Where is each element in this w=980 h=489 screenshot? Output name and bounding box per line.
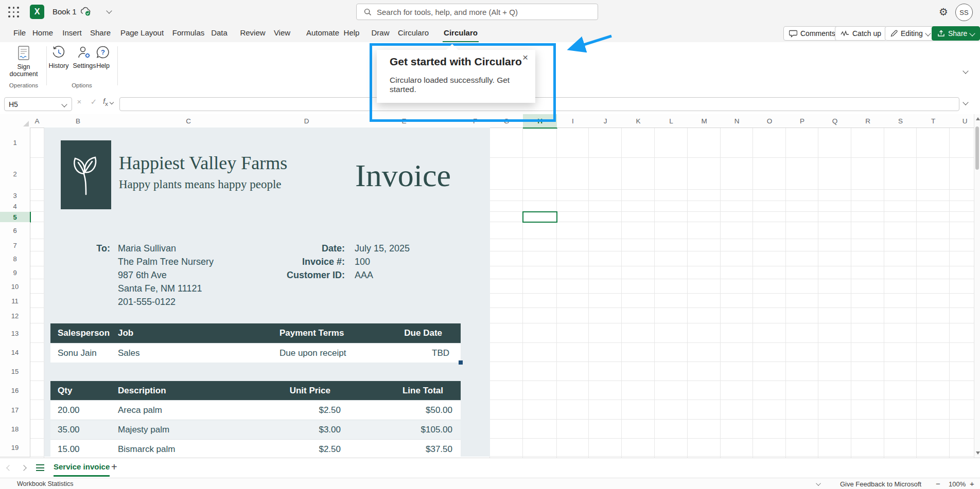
row-header-13[interactable]: 13 xyxy=(0,323,30,343)
row-header-10[interactable]: 10 xyxy=(0,279,30,294)
meta-label: Invoice #: xyxy=(199,255,345,268)
row-header-1[interactable]: 1 xyxy=(0,128,30,158)
workbook-statistics-button[interactable]: Workbook Statistics xyxy=(17,480,74,487)
settings-gear-icon[interactable]: ⚙ xyxy=(939,6,948,18)
zoom-in-button[interactable]: + xyxy=(970,479,974,488)
ribbon-collapse-chevron-icon[interactable] xyxy=(962,68,968,74)
help-button[interactable]: ? Help xyxy=(92,45,114,69)
table-row: 35.00Majesty palm$3.00$105.00 xyxy=(50,420,461,439)
row-header-12[interactable]: 12 xyxy=(0,308,30,324)
select-all-corner[interactable] xyxy=(0,114,30,128)
ribbon-tab-formulas[interactable]: Formulas xyxy=(170,24,207,41)
ribbon-tab-home[interactable]: Home xyxy=(32,24,54,41)
status-chevron-icon[interactable] xyxy=(816,481,821,486)
column-header-N[interactable]: N xyxy=(721,114,754,128)
history-button[interactable]: History xyxy=(45,45,72,69)
table-cell: $37.50 xyxy=(341,444,461,455)
column-header-E[interactable]: E xyxy=(348,114,461,128)
spreadsheet-grid[interactable]: Happiest Valley Farms Happy plants means… xyxy=(0,114,980,458)
feedback-link[interactable]: Give Feedback to Microsoft xyxy=(840,480,921,488)
insert-function-fx-button[interactable]: fx xyxy=(102,97,114,107)
catch-up-label: Catch up xyxy=(852,29,881,38)
column-header-G[interactable]: G xyxy=(490,114,523,128)
selected-cell-H5[interactable] xyxy=(522,211,557,223)
share-button[interactable]: Share xyxy=(932,26,980,41)
scroll-down-icon[interactable] xyxy=(976,451,980,455)
workbook-title[interactable]: Book 1 xyxy=(52,7,77,16)
row-header-11[interactable]: 11 xyxy=(0,294,30,309)
ribbon-tab-automate[interactable]: Automate xyxy=(304,24,341,41)
zoom-level[interactable]: 100% xyxy=(949,480,966,488)
ribbon-tab-share[interactable]: Share xyxy=(89,24,112,41)
row-header-18[interactable]: 18 xyxy=(0,420,30,439)
row-header-8[interactable]: 8 xyxy=(0,251,30,267)
column-header-H[interactable]: H xyxy=(523,114,557,129)
row-header-7[interactable]: 7 xyxy=(0,239,30,252)
column-header-C[interactable]: C xyxy=(112,114,266,128)
sheet-tab-service-invoice[interactable]: Service invoice xyxy=(54,462,110,477)
add-sheet-button[interactable]: + xyxy=(111,461,117,473)
column-header-A[interactable]: A xyxy=(30,114,45,128)
sign-document-button[interactable]: Sign document xyxy=(5,45,42,78)
row-header-4[interactable]: 4 xyxy=(0,201,30,212)
row-header-19[interactable]: 19 xyxy=(0,439,30,457)
column-header-D[interactable]: D xyxy=(265,114,348,128)
column-header-R[interactable]: R xyxy=(851,114,885,128)
popup-title: Get started with Circularo xyxy=(390,56,522,68)
ribbon-tab-circularo[interactable]: Circularo xyxy=(443,24,479,43)
column-header-K[interactable]: K xyxy=(622,114,655,128)
scrollbar-thumb[interactable] xyxy=(975,126,979,170)
comments-button[interactable]: Comments xyxy=(783,26,841,41)
scroll-up-icon[interactable] xyxy=(976,117,980,120)
previous-sheet-chevron-icon[interactable] xyxy=(6,465,12,470)
row-header-15[interactable]: 15 xyxy=(0,362,30,382)
app-launcher-waffle-icon[interactable] xyxy=(8,7,20,18)
workbook-dropdown-chevron-icon[interactable] xyxy=(106,8,112,13)
ribbon-tab-draw[interactable]: Draw xyxy=(370,24,391,41)
column-header-F[interactable]: F xyxy=(460,114,491,128)
column-header-L[interactable]: L xyxy=(655,114,688,128)
close-icon[interactable]: × xyxy=(522,52,528,63)
row-header-16[interactable]: 16 xyxy=(0,381,30,401)
account-avatar[interactable]: SS xyxy=(955,4,973,21)
search-input[interactable]: Search for tools, help, and more (Alt + … xyxy=(356,4,598,20)
editing-mode-button[interactable]: Editing xyxy=(885,26,936,41)
ribbon-tab-review[interactable]: Review xyxy=(239,24,266,41)
formula-bar-expand-chevron-icon[interactable] xyxy=(962,99,968,105)
column-header-J[interactable]: J xyxy=(589,114,622,128)
ribbon-tab-circularo[interactable]: Circularo xyxy=(396,24,431,41)
zoom-out-button[interactable]: − xyxy=(936,479,940,488)
column-header-B[interactable]: B xyxy=(44,114,112,128)
formula-cancel-icon[interactable]: × xyxy=(73,97,85,106)
vertical-scrollbar[interactable] xyxy=(974,114,980,458)
column-header-O[interactable]: O xyxy=(753,114,786,128)
ribbon-tab-file[interactable]: File xyxy=(12,24,27,41)
ribbon-tab-help[interactable]: Help xyxy=(342,24,361,41)
column-header-I[interactable]: I xyxy=(557,114,589,128)
name-box[interactable]: H5 xyxy=(4,97,72,111)
row-header-14[interactable]: 14 xyxy=(0,343,30,363)
formula-enter-icon[interactable]: ✓ xyxy=(87,97,100,106)
column-header-M[interactable]: M xyxy=(688,114,721,128)
row-header-17[interactable]: 17 xyxy=(0,400,30,420)
search-icon xyxy=(364,8,372,16)
sheet-list-menu-icon[interactable] xyxy=(36,464,44,471)
catch-up-button[interactable]: Catch up xyxy=(835,26,887,41)
excel-logo-icon[interactable]: X xyxy=(30,5,44,19)
row-header-6[interactable]: 6 xyxy=(0,222,30,240)
table-resize-handle[interactable] xyxy=(459,360,463,365)
column-header-P[interactable]: P xyxy=(786,114,819,128)
column-header-T[interactable]: T xyxy=(917,114,950,128)
column-header-Q[interactable]: Q xyxy=(818,114,852,128)
formula-input[interactable] xyxy=(119,97,959,111)
ribbon-tab-page-layout[interactable]: Page Layout xyxy=(119,24,165,41)
next-sheet-chevron-icon[interactable] xyxy=(21,465,26,470)
row-header-3[interactable]: 3 xyxy=(0,190,30,202)
ribbon-tab-insert[interactable]: Insert xyxy=(61,24,83,41)
ribbon-tab-data[interactable]: Data xyxy=(209,24,229,41)
column-header-S[interactable]: S xyxy=(884,114,917,128)
ribbon-tab-view[interactable]: View xyxy=(272,24,292,41)
row-header-5[interactable]: 5 xyxy=(0,212,31,223)
row-header-9[interactable]: 9 xyxy=(0,266,30,280)
row-header-2[interactable]: 2 xyxy=(0,158,30,190)
